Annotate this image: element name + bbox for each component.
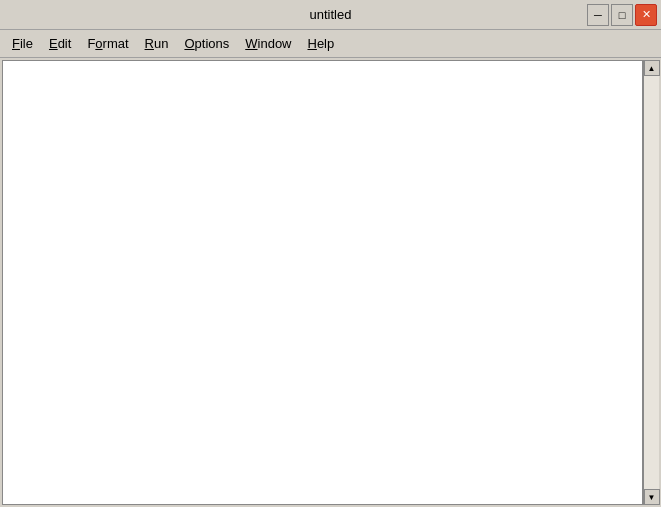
menu-format[interactable]: Format bbox=[79, 33, 136, 54]
scroll-down-button[interactable]: ▼ bbox=[644, 489, 660, 505]
maximize-button[interactable]: □ bbox=[611, 4, 633, 26]
close-button[interactable]: ✕ bbox=[635, 4, 657, 26]
menu-options[interactable]: Options bbox=[176, 33, 237, 54]
menu-edit[interactable]: Edit bbox=[41, 33, 79, 54]
editor-textarea[interactable] bbox=[3, 61, 626, 504]
window-title: untitled bbox=[222, 7, 440, 22]
editor-area bbox=[2, 60, 643, 505]
minimize-button[interactable]: ─ bbox=[587, 4, 609, 26]
menu-run[interactable]: Run bbox=[137, 33, 177, 54]
title-bar: untitled ─ □ ✕ bbox=[0, 0, 661, 30]
menu-window[interactable]: Window bbox=[237, 33, 299, 54]
scroll-track[interactable] bbox=[644, 76, 659, 489]
scrollbar: ▲ ▼ bbox=[643, 60, 659, 505]
scroll-up-button[interactable]: ▲ bbox=[644, 60, 660, 76]
window-controls: ─ □ ✕ bbox=[439, 4, 657, 26]
editor-container: ▲ ▼ bbox=[0, 58, 661, 507]
menu-file[interactable]: File bbox=[4, 33, 41, 54]
menu-help[interactable]: Help bbox=[300, 33, 343, 54]
menu-bar: File Edit Format Run Options Window Help bbox=[0, 30, 661, 58]
